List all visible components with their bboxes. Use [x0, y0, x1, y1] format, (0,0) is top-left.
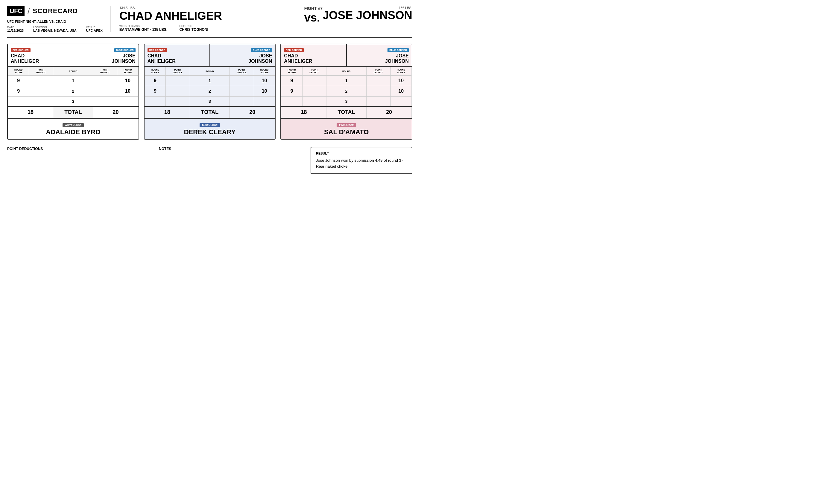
sc3-r2-red-deduct — [302, 86, 326, 96]
sc1-judge-name: ADALAIDE BYRD — [11, 128, 136, 136]
sc3-col-header-1: ROUNDSCORE — [281, 67, 302, 76]
sc3-fighter2-name: JOSE JOHNSON — [350, 53, 409, 64]
sc1-fighter1-name: CHAD ANHELIGER — [11, 53, 70, 64]
referee-value: CHRIS TOGNONI — [179, 28, 208, 32]
sc3-round-3: 3 — [281, 96, 412, 107]
fighter2-name: JOSE JOHNSON — [323, 10, 412, 21]
sc1-total-label: TOTAL — [53, 106, 93, 118]
point-deductions-section: POINT DEDUCTIONS — [7, 147, 153, 154]
sc1-col-header-1: ROUNDSCORE — [8, 67, 29, 76]
sc3-r3-red-deduct — [302, 96, 326, 107]
sc2-round-3: 3 — [144, 96, 275, 107]
fighter2-block: 136 LBS. JOSE JOHNSON — [323, 6, 412, 21]
venue-label: Venue — [86, 26, 103, 29]
sc2-r3-blue-score — [254, 96, 275, 107]
sc2-total-label: TOTAL — [190, 106, 229, 118]
sc2-total-blue: 20 — [230, 106, 275, 118]
result-text: Jose Johnson won by submission 4:49 of r… — [316, 158, 407, 169]
weight-class-value: BANTAMWEIGHT - 135 LBS. — [119, 28, 167, 32]
scorecard-1: RED CORNER CHAD ANHELIGER BLUE CORNER JO… — [7, 44, 139, 140]
sc1-judge-badge: WHITE JUDGE — [63, 123, 84, 127]
sc1-r3-blue-score — [117, 96, 138, 107]
fight-number: FIGHT #7 — [304, 6, 323, 11]
ufc-logo: UFC / SCORECARD — [7, 6, 103, 16]
sc2-col-header-1: ROUNDSCORE — [144, 67, 166, 76]
sc2-r1-blue-score: 10 — [254, 76, 275, 86]
location-label: Location — [33, 26, 76, 29]
sc2-r1-red-score: 9 — [144, 76, 166, 86]
sc2-blue-badge: BLUE CORNER — [251, 48, 272, 52]
sc2-round-1: 9 1 10 — [144, 76, 275, 86]
sc3-r2-num: 2 — [326, 86, 366, 96]
sc3-col-header-5: ROUNDSCORE — [391, 67, 411, 76]
sc1-footer: WHITE JUDGE ADALAIDE BYRD — [8, 118, 139, 139]
weight-class-group: Weight Class BANTAMWEIGHT - 135 LBS. — [119, 24, 167, 32]
sc3-r2-red-score: 9 — [281, 86, 302, 96]
sc3-total-blue: 20 — [366, 106, 411, 118]
sc3-total-red: 18 — [281, 106, 326, 118]
fight-number-block: FIGHT #7 vs. — [304, 6, 323, 25]
sc1-blue-badge: BLUE CORNER — [114, 48, 136, 52]
sc3-r1-blue-deduct — [366, 76, 391, 86]
sc2-r2-num: 2 — [190, 86, 229, 96]
header-left: UFC / SCORECARD UFC FIGHT NIGHT: ALLEN V… — [7, 6, 110, 32]
sc3-table: ROUNDSCORE POINTDEDUCT. ROUND POINTDEDUC… — [281, 67, 412, 118]
sc1-col-header-2: POINTDEDUCT. — [29, 67, 53, 76]
sc1-r3-blue-deduct — [93, 96, 117, 107]
scorecard-title: SCORECARD — [33, 7, 78, 15]
sc2-total-red: 18 — [144, 106, 190, 118]
sc3-total-label: TOTAL — [326, 106, 366, 118]
sc2-footer: BLUE JUDGE DEREK CLEARY — [144, 118, 275, 139]
sc3-r3-num: 3 — [326, 96, 366, 107]
sc1-r2-blue-score: 10 — [117, 86, 138, 96]
scorecards-row: RED CORNER CHAD ANHELIGER BLUE CORNER JO… — [7, 44, 412, 140]
event-name: UFC FIGHT NIGHT: ALLEN VS. CRAIG — [7, 20, 103, 23]
fighter1-name-main: CHAD ANHELIGER — [119, 10, 286, 21]
sc2-col-header-4: POINTDEDUCT. — [230, 67, 254, 76]
sc3-footer: PINK JUDGE SAL D'AMATO — [281, 118, 412, 139]
sc1-r1-num: 1 — [53, 76, 93, 86]
sc2-col-header-2: POINTDEDUCT. — [166, 67, 190, 76]
sc3-red-badge: RED CORNER — [284, 48, 304, 52]
sc1-table: ROUNDSCORE POINTDEDUCT. ROUND POINTDEDUC… — [8, 67, 139, 118]
sc1-r3-num: 3 — [53, 96, 93, 107]
date-value: 11/18/2023 — [7, 29, 24, 32]
sc1-r2-red-deduct — [29, 86, 53, 96]
sc2-r1-num: 1 — [190, 76, 229, 86]
sc1-total-blue: 20 — [93, 106, 138, 118]
sc3-fighter1-name: CHAD ANHELIGER — [284, 53, 343, 64]
weight-class-label: Weight Class — [119, 24, 167, 28]
sc3-blue-badge: BLUE CORNER — [388, 48, 409, 52]
sc2-r2-blue-score: 10 — [254, 86, 275, 96]
page-header: UFC / SCORECARD UFC FIGHT NIGHT: ALLEN V… — [7, 6, 412, 38]
sc2-judge-name: DEREK CLEARY — [148, 128, 272, 136]
sc1-blue-corner: BLUE CORNER JOSE JOHNSON — [73, 44, 138, 66]
sc2-r3-red-deduct — [166, 96, 190, 107]
bottom-section: POINT DEDUCTIONS NOTES RESULT Jose Johns… — [7, 147, 412, 174]
sc1-r2-red-score: 9 — [8, 86, 29, 96]
sc3-col-header-3: ROUND — [326, 67, 366, 76]
notes-section: NOTES — [159, 147, 305, 154]
sc2-header: RED CORNER CHAD ANHELIGER BLUE CORNER JO… — [144, 44, 275, 67]
sc3-col-header-4: POINTDEDUCT. — [366, 67, 391, 76]
event-date-group: Date 11/18/2023 — [7, 26, 24, 32]
sc1-round-2: 9 2 10 — [8, 86, 139, 96]
sc3-r3-blue-deduct — [366, 96, 391, 107]
sc1-col-header-3: ROUND — [53, 67, 93, 76]
sc2-red-badge: RED CORNER — [148, 48, 167, 52]
scorecard-3: RED CORNER CHAD ANHELIGER BLUE CORNER JO… — [280, 44, 412, 140]
event-details: Date 11/18/2023 Location LAS VEGAS, NEVA… — [7, 26, 103, 32]
sc1-r1-blue-deduct — [93, 76, 117, 86]
sc3-r1-num: 1 — [326, 76, 366, 86]
sc2-r3-num: 3 — [190, 96, 229, 107]
sc2-judge-badge: BLUE JUDGE — [200, 123, 220, 127]
sc3-col-header-2: POINTDEDUCT. — [302, 67, 326, 76]
sc2-fighter1-name: CHAD ANHELIGER — [148, 53, 206, 64]
event-location-group: Location LAS VEGAS, NEVADA, USA — [33, 26, 76, 32]
point-deductions-title: POINT DEDUCTIONS — [7, 147, 153, 151]
sc3-r1-red-score: 9 — [281, 76, 302, 86]
sc2-r2-red-score: 9 — [144, 86, 166, 96]
sc1-col-header-4: POINTDEDUCT. — [93, 67, 117, 76]
sc1-r3-red-deduct — [29, 96, 53, 107]
header-center: 134.5 LBS. CHAD ANHELIGER Weight Class B… — [110, 6, 295, 32]
